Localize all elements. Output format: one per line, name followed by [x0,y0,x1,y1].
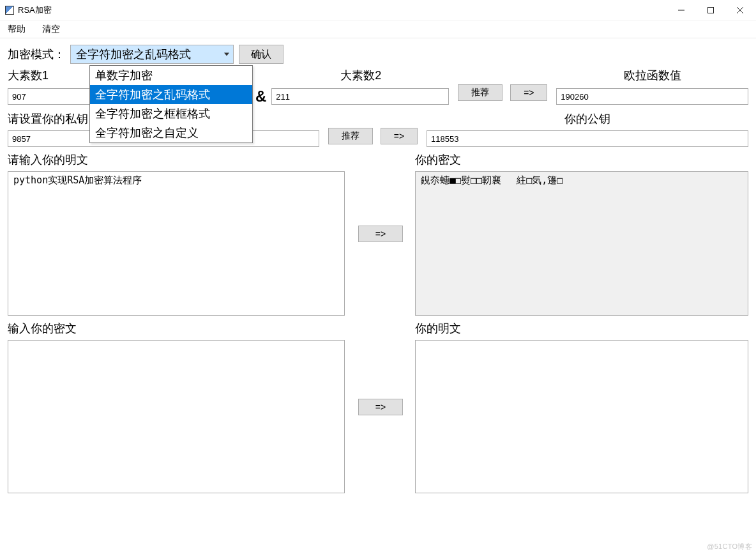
prime2-input[interactable] [271,88,449,105]
ciphertext-output[interactable]: 鋧夵蟪■□熨□□靭襄 紸□気,籩□ [415,171,748,316]
ciphertext-input[interactable] [8,340,345,493]
maximize-button[interactable] [696,0,725,20]
compute-euler-button[interactable]: => [510,84,547,101]
mode-option-1[interactable]: 全字符加密之乱码格式 [90,85,252,104]
mode-option-3[interactable]: 全字符加密之自定义 [90,123,252,142]
plaintext-input[interactable]: python实现RSA加密算法程序 [8,171,345,316]
decrypt-button[interactable]: => [358,399,403,415]
confirm-button[interactable]: 确认 [239,45,284,64]
watermark-text: @51CTO博客 [707,542,752,551]
mode-row: 加密模式： 全字符加密之乱码格式 确认 单数字加密 全字符加密之乱码格式 全字符… [8,45,748,64]
menu-help[interactable]: 帮助 [5,22,28,37]
mode-option-2[interactable]: 全字符加密之框框格式 [90,104,252,123]
close-button[interactable] [725,0,755,20]
mode-selected-text: 全字符加密之乱码格式 [76,47,191,62]
prime2-label: 大素数2 [271,68,450,83]
mode-label: 加密模式： [8,47,65,62]
compute-pubkey-button[interactable]: => [381,128,418,144]
euler-label: 欧拉函数值 [556,68,748,83]
plaintext-output-label: 你的明文 [415,321,748,336]
ciphertext-input-label: 输入你的密文 [8,321,346,336]
plaintext-output[interactable] [415,340,748,493]
window-controls [667,0,755,20]
minimize-button[interactable] [667,0,696,20]
content-area: 加密模式： 全字符加密之乱码格式 确认 单数字加密 全字符加密之乱码格式 全字符… [0,38,756,493]
titlebar: RSA加密 [0,0,756,20]
menu-clear[interactable]: 清空 [40,22,63,37]
euler-output[interactable] [556,88,748,105]
menubar: 帮助 清空 [0,20,756,38]
mode-option-0[interactable]: 单数字加密 [90,66,252,85]
app-icon [5,6,14,15]
public-key-output[interactable] [427,130,748,147]
public-key-label: 你的公钥 [427,111,748,127]
encrypt-row: 请输入你的明文 python实现RSA加密算法程序 => 你的密文 鋧夵蟪■□熨… [8,152,748,316]
mode-combobox[interactable]: 全字符加密之乱码格式 [70,45,234,64]
decrypt-row: 输入你的密文 => 你的明文 [8,321,748,493]
and-symbol: & [250,88,271,105]
plaintext-label: 请输入你的明文 [8,152,346,167]
ciphertext-output-label: 你的密文 [415,152,748,167]
mode-dropdown: 单数字加密 全字符加密之乱码格式 全字符加密之框框格式 全字符加密之自定义 [89,65,253,143]
recommend-primes-button[interactable]: 推荐 [458,84,503,101]
encrypt-button[interactable]: => [358,226,403,242]
svg-rect-1 [708,7,714,13]
recommend-key-button[interactable]: 推荐 [328,128,373,144]
window-title: RSA加密 [18,4,52,16]
